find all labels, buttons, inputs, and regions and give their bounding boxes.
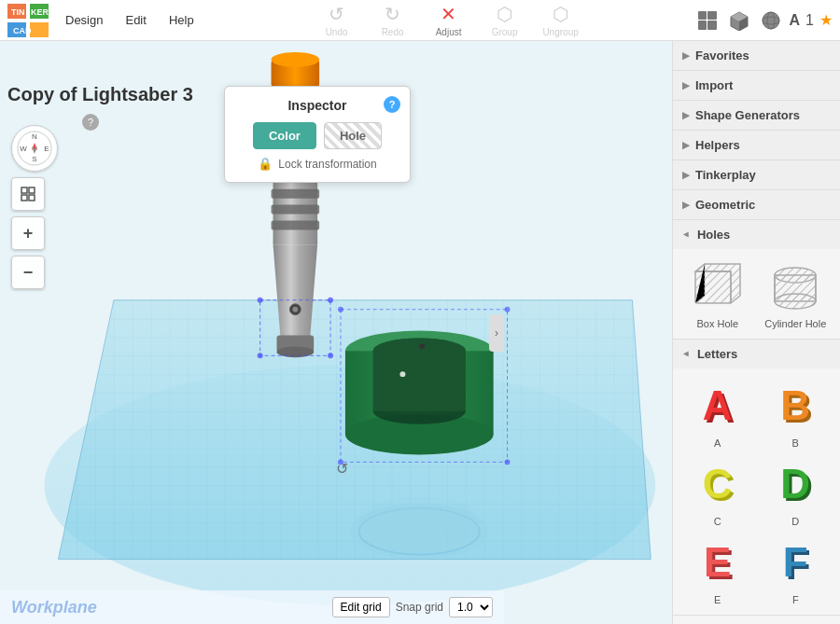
panel-section-holes: ▼ Holes	[673, 220, 840, 340]
zoom-in-button[interactable]: +	[11, 216, 45, 250]
letter-f-shape: F	[767, 534, 823, 590]
undo-label: Undo	[326, 27, 348, 37]
cylinder-hole-label: Cylinder Hole	[764, 318, 826, 329]
compass-control[interactable]: N S W E	[11, 125, 58, 172]
group-icon: ⬡	[497, 3, 512, 25]
svg-point-38	[277, 346, 315, 357]
panel-section-geometric: ▶ Geometric	[673, 190, 840, 220]
adjust-label: Adjust	[436, 27, 462, 37]
svg-point-40	[292, 307, 298, 312]
letter-c-item[interactable]: C C	[682, 456, 753, 527]
svg-point-64	[359, 506, 480, 553]
svg-text:W: W	[20, 145, 27, 153]
holes-label: Holes	[697, 228, 730, 242]
canvas-area[interactable]: Copy of Lightsaber 3 ? N S W E	[0, 41, 672, 624]
menu-edit[interactable]: Edit	[116, 9, 155, 31]
svg-point-53	[419, 343, 425, 349]
lock-icon: 🔒	[258, 157, 273, 171]
svg-text:S: S	[32, 155, 36, 163]
import-header[interactable]: ▶ Import	[673, 71, 840, 100]
grid-view-icon[interactable]	[694, 7, 721, 34]
svg-point-54	[399, 371, 405, 377]
helpers-header[interactable]: ▶ Helpers	[673, 131, 840, 159]
project-title: Copy of Lightsaber 3	[7, 84, 193, 105]
lock-label: Lock transformation	[278, 158, 376, 171]
hole-button[interactable]: Hole	[324, 122, 382, 149]
menu-design[interactable]: Design	[56, 9, 112, 31]
menu-help[interactable]: Help	[160, 9, 203, 31]
svg-point-44	[258, 353, 263, 358]
svg-rect-21	[29, 187, 35, 193]
shape-gen-header[interactable]: ▶ Shape Generators	[673, 101, 840, 130]
zoom-out-button[interactable]: −	[11, 256, 45, 289]
cube-icon[interactable]	[726, 7, 752, 34]
letter-c-display: C	[703, 464, 733, 505]
svg-rect-36	[272, 220, 320, 229]
edit-grid-button[interactable]: Edit grid	[332, 597, 390, 617]
box-hole-item[interactable]: Box Hole	[682, 258, 753, 329]
svg-rect-3	[30, 22, 49, 37]
group-button[interactable]: ⬡ Group	[484, 3, 525, 37]
geometric-arrow: ▶	[682, 200, 690, 210]
svg-text:E: E	[44, 145, 49, 153]
import-label: Import	[695, 78, 733, 92]
help-button[interactable]: ?	[82, 114, 99, 131]
letter-a-display: A	[703, 385, 733, 426]
letter-b-label: B	[792, 437, 799, 449]
snap-value-select[interactable]: 1.0 0.5 2.0	[449, 597, 493, 617]
sphere-icon[interactable]	[758, 7, 784, 34]
tinkercad-logo[interactable]: TIN KER CAD	[7, 4, 49, 37]
svg-text:CAD: CAD	[13, 26, 32, 35]
favorites-header[interactable]: ▶ Favorites	[673, 41, 840, 70]
holes-header[interactable]: ▼ Holes	[673, 220, 840, 249]
svg-point-45	[328, 353, 333, 358]
geometric-header[interactable]: ▶ Geometric	[673, 190, 840, 219]
letter-e-label: E	[714, 594, 721, 605]
letter-f-item[interactable]: F F	[761, 534, 832, 605]
undo-icon: ↺	[329, 3, 344, 25]
box-hole-label: Box Hole	[696, 318, 738, 329]
redo-label: Redo	[382, 27, 404, 37]
svg-text:TIN: TIN	[11, 7, 25, 17]
letter-c-label: C	[714, 516, 721, 527]
right-panel-collapse[interactable]: ›	[489, 314, 504, 352]
redo-icon: ↻	[385, 3, 400, 25]
cylinder-hole-shape	[767, 258, 823, 314]
svg-point-26	[272, 52, 320, 67]
favorites-label: Favorites	[695, 49, 749, 62]
ungroup-icon: ⬡	[553, 3, 568, 25]
viewport-controls: N S W E + −	[11, 125, 58, 289]
tinkerplay-header[interactable]: ▶ Tinkerplay	[673, 160, 840, 189]
favorites-arrow: ▶	[682, 50, 690, 61]
svg-rect-22	[21, 195, 27, 201]
favorites-star-icon[interactable]: ★	[819, 11, 833, 29]
letter-a-item[interactable]: A A	[682, 378, 753, 449]
cylinder-hole-item[interactable]: Cylinder Hole	[761, 258, 832, 329]
inspector-help-button[interactable]: ?	[384, 96, 400, 113]
adjust-button[interactable]: ✕ Adjust	[428, 3, 469, 37]
zoom-fit-button[interactable]	[11, 177, 45, 211]
undo-button[interactable]: ↺ Undo	[316, 3, 357, 37]
color-button[interactable]: Color	[253, 122, 316, 149]
letter-b-item[interactable]: B B	[761, 378, 832, 449]
shape-gen-arrow: ▶	[682, 110, 690, 120]
letter-e-item[interactable]: E E	[682, 534, 753, 605]
tinkerplay-label: Tinkerplay	[695, 168, 756, 182]
panel-section-helpers: ▶ Helpers	[673, 131, 840, 160]
letters-label: Letters	[697, 347, 737, 361]
lock-row: 🔒 Lock transformation	[240, 157, 395, 171]
redo-button[interactable]: ↻ Redo	[372, 3, 413, 37]
right-panel: ▶ Favorites ▶ Import ▶ Shape Generators …	[672, 41, 840, 624]
svg-text:↺: ↺	[336, 461, 348, 477]
letter-d-item[interactable]: D D	[761, 456, 832, 527]
snap-grid-label: Snap grid	[396, 601, 443, 614]
letters-arrow: ▼	[681, 350, 692, 359]
svg-point-43	[328, 298, 333, 303]
ungroup-button[interactable]: ⬡ Ungroup	[540, 3, 581, 37]
panel-section-import: ▶ Import	[673, 71, 840, 101]
holes-grid: Box Hole	[673, 249, 840, 339]
letters-header[interactable]: ▼ Letters	[673, 340, 840, 368]
import-arrow: ▶	[682, 80, 690, 90]
ungroup-label: Ungroup	[542, 27, 578, 37]
adjust-icon: ✕	[441, 3, 456, 25]
